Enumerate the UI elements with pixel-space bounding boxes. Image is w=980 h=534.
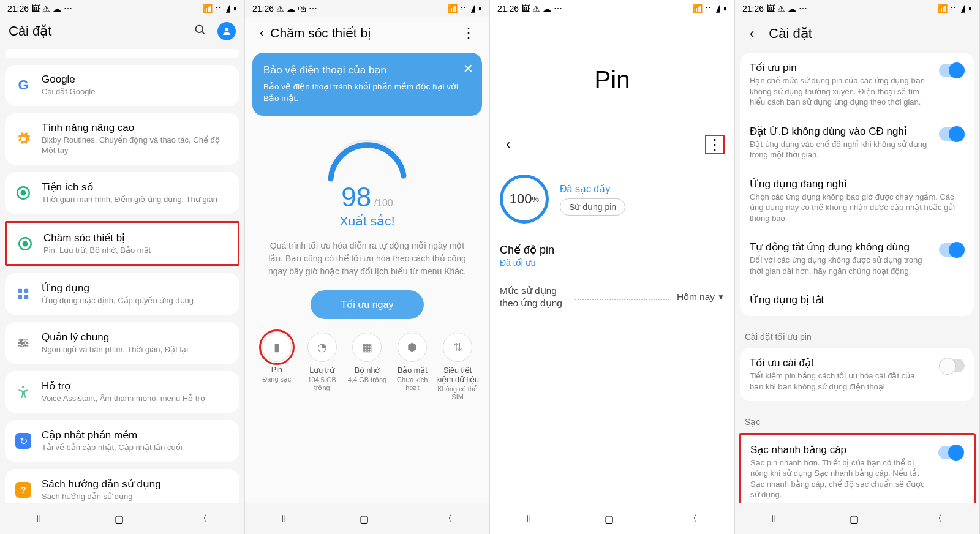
back-button[interactable]: 〈 xyxy=(443,513,453,525)
group-optimize-settings: Tối ưu cài đặtTiết kiệm pin bằng cách tố… xyxy=(740,348,974,401)
shortcut-lưu trữ[interactable]: ◔Lưu trữ104,5 GB trống xyxy=(300,333,344,401)
recents-button[interactable]: ⦀ xyxy=(282,513,286,524)
shortcut-siêu tiết kiệm dữ liệu[interactable]: ⇅Siêu tiết kiệm dữ liệuKhông có thẻ SIM xyxy=(435,333,480,401)
shortcut-icon: ⇅ xyxy=(443,333,472,362)
close-icon[interactable]: ✕ xyxy=(463,61,473,76)
battery-status-row: 100% Đã sạc đầy Sử dụng pin xyxy=(490,167,734,238)
toggle-switch[interactable] xyxy=(939,64,965,77)
svg-point-4 xyxy=(21,190,26,195)
shortcut-label: Pin xyxy=(255,366,299,374)
home-button[interactable]: ▢ xyxy=(360,513,369,525)
status-time: 21:26 xyxy=(742,4,764,13)
score-arc-icon xyxy=(322,133,413,182)
toggle-sub: Sạc pin nhanh hơn. Thiết bị của bạn có t… xyxy=(750,457,930,500)
home-button[interactable]: ▢ xyxy=(850,513,859,525)
toggle-item[interactable]: Ứng dụng bị tắt xyxy=(740,285,974,316)
settings-item-2[interactable]: Tiện ích sốThời gian màn hình, Đếm giờ ứ… xyxy=(5,172,239,214)
shortcut-icon: ▦ xyxy=(352,333,382,362)
shortcut-pin[interactable]: ▮PinĐang sạc xyxy=(255,333,299,401)
toggle-item[interactable]: Tự động tắt ứng dụng không dùngĐối với c… xyxy=(740,232,974,285)
optimize-button[interactable]: Tối ưu ngay xyxy=(311,290,424,319)
page-title: Cài đặt xyxy=(769,26,971,42)
section-label-charging: Sạc xyxy=(735,408,979,433)
shortcut-bộ nhớ[interactable]: ▦Bộ nhớ4,4 GB trống xyxy=(345,333,390,401)
search-icon[interactable] xyxy=(194,24,206,39)
status-bar: 21:26🖼 ⚠ ☁ ⋯ 📶 ᯤ ◢ ▮ xyxy=(490,0,734,17)
app-usage-row[interactable]: Mức sử dụng theo ứng dụng Hôm nay▼ xyxy=(490,279,734,315)
shortcut-sub: Đang sạc xyxy=(255,375,299,383)
page-title: Pin xyxy=(490,17,734,130)
shortcut-sub: 4,4 GB trống xyxy=(345,376,390,384)
settings-item-3[interactable]: Chăm sóc thiết bịPin, Lưu trữ, Bộ nhớ, B… xyxy=(5,221,239,266)
toggle-title: Đặt Ứ.D không dùng vào CĐ nghỉ xyxy=(750,125,930,138)
recents-button[interactable]: ⦀ xyxy=(37,513,41,524)
toggle-item[interactable]: Đặt Ứ.D không dùng vào CĐ nghỉĐặt ứng dụ… xyxy=(740,116,974,169)
score-block: 98 /100 Xuất sắc! xyxy=(252,127,482,231)
toggle-switch[interactable] xyxy=(938,446,964,459)
mode-title: Chế độ pin xyxy=(500,243,725,257)
settings-item-7[interactable]: ↻Cập nhật phần mềmTải về bản cập nhật, C… xyxy=(5,420,239,462)
toggle-sub: Hạn chế mức sử dụng pin của các ứng dụng… xyxy=(750,75,930,108)
device-care-content[interactable]: Bảo vệ điện thoại của bạn Bảo vệ điện th… xyxy=(245,53,489,503)
toggle-item[interactable]: Tối ưu pinHạn chế mức sử dụng pin của cá… xyxy=(740,53,974,116)
toggle-item[interactable]: Ứng dụng đang nghỉChọn các ứng dụng khôn… xyxy=(740,169,974,233)
toggle-item[interactable]: Tối ưu cài đặtTiết kiệm pin bằng cách tố… xyxy=(740,348,974,401)
back-arrow-icon[interactable]: ‹ xyxy=(254,23,270,43)
back-button[interactable]: 〈 xyxy=(198,513,208,525)
settings-item-0[interactable]: GGoogleCài đặt Google xyxy=(5,65,239,106)
shortcut-sub: Không có thẻ SIM xyxy=(435,385,480,401)
toggle-switch[interactable] xyxy=(939,359,965,372)
chevron-down-icon[interactable]: ▼ xyxy=(717,293,725,301)
item-title: Chăm sóc thiết bị xyxy=(43,231,228,244)
nav-bar: ⦀ ▢ 〈 xyxy=(0,503,244,534)
svg-point-17 xyxy=(22,386,24,388)
svg-point-14 xyxy=(20,339,23,342)
settings-item-8[interactable]: ?Sách hướng dẫn sử dụngSách hướng dẫn sử… xyxy=(5,469,239,503)
toggle-title: Tối ưu pin xyxy=(750,61,930,74)
battery-settings-content[interactable]: Tối ưu pinHạn chế mức sử dụng pin của cá… xyxy=(735,53,979,503)
usage-label: Mức sử dụng theo ứng dụng xyxy=(500,285,567,309)
shortcut-bảo mật[interactable]: ⬢Bảo mậtChưa kích hoạt xyxy=(390,333,434,401)
svg-rect-7 xyxy=(18,289,22,293)
shortcut-icon: ▮ xyxy=(262,333,292,362)
toggle-title: Ứng dụng đang nghỉ xyxy=(750,178,965,190)
more-icon[interactable]: ⋮ xyxy=(705,135,725,154)
score-value: 98 xyxy=(341,182,371,212)
battery-subheader: ‹ ⋮ xyxy=(490,130,734,167)
settings-item-6[interactable]: Hỗ trợVoice Assistant, Âm thanh mono, me… xyxy=(5,371,239,413)
care-icon xyxy=(17,235,34,252)
sliders-icon xyxy=(15,334,32,352)
nav-bar: ⦀ ▢ 〈 xyxy=(490,503,734,534)
battery-usage-chip[interactable]: Sử dụng pin xyxy=(560,198,625,216)
toggle-sub: Đặt ứng dụng vào chế độ nghỉ khi không s… xyxy=(750,139,930,160)
item-subtitle: Thời gian màn hình, Đếm giờ ứng dụng, Th… xyxy=(42,195,230,205)
banner-text: Bảo vệ điện thoại tránh khỏi phần mềm độ… xyxy=(263,81,471,105)
home-button[interactable]: ▢ xyxy=(115,513,124,525)
toggle-switch[interactable] xyxy=(939,127,965,141)
svg-point-2 xyxy=(225,28,228,31)
settings-item-1[interactable]: Tính năng nâng caoBixby Routines, Chuyển… xyxy=(5,113,239,165)
group-charging: Sạc nhanh bằng cápSạc pin nhanh hơn. Thi… xyxy=(741,435,974,503)
back-arrow-icon[interactable]: ‹ xyxy=(500,134,516,155)
toggle-item[interactable]: Sạc nhanh bằng cápSạc pin nhanh hơn. Thi… xyxy=(741,435,974,503)
back-button[interactable]: 〈 xyxy=(688,513,698,525)
recents-button[interactable]: ⦀ xyxy=(772,513,776,524)
settings-item-4[interactable]: Ứng dụngỨng dụng mặc định, Cấp quyền ứng… xyxy=(5,273,239,315)
recents-button[interactable]: ⦀ xyxy=(527,513,531,524)
back-arrow-icon[interactable]: ‹ xyxy=(744,23,760,44)
more-icon[interactable]: ⋮ xyxy=(456,22,481,44)
home-button[interactable]: ▢ xyxy=(605,513,614,525)
toggle-switch[interactable] xyxy=(939,243,965,257)
back-button[interactable]: 〈 xyxy=(933,513,943,525)
toggle-title: Tự động tắt ứng dụng không dùng xyxy=(750,241,930,254)
settings-item-5[interactable]: Quản lý chungNgôn ngữ và bàn phím, Thời … xyxy=(5,322,239,364)
toggle-title: Ứng dụng bị tắt xyxy=(750,293,965,306)
battery-pct: 100 xyxy=(510,191,532,207)
svg-rect-8 xyxy=(24,289,28,293)
settings-content[interactable]: GGoogleCài đặt GoogleTính năng nâng caoB… xyxy=(0,49,244,503)
avatar[interactable] xyxy=(217,22,236,40)
status-icons-right: 📶 ᯤ ◢ ▮ xyxy=(447,4,482,13)
svg-line-1 xyxy=(202,32,205,34)
battery-mode[interactable]: Chế độ pin Đã tối ưu xyxy=(490,238,734,279)
security-banner[interactable]: Bảo vệ điện thoại của bạn Bảo vệ điện th… xyxy=(252,53,482,116)
